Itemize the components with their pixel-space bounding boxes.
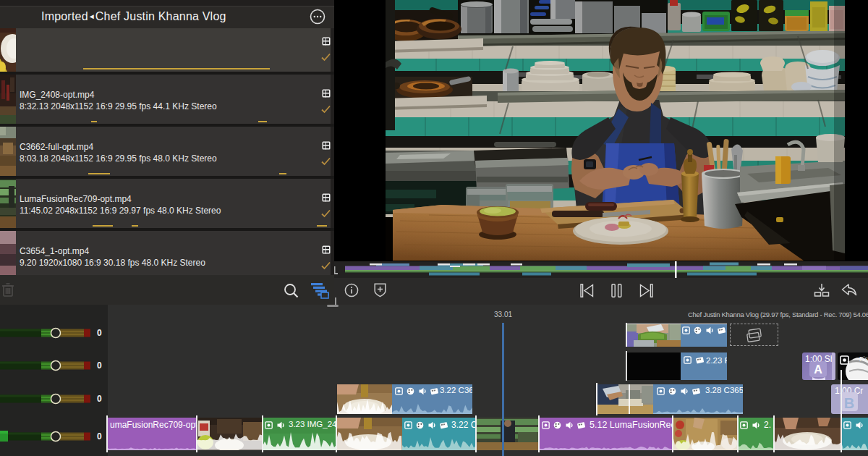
svg-text:A: A: [814, 363, 822, 376]
svg-text:B: B: [844, 395, 854, 411]
svg-text:Fis: Fis: [859, 355, 868, 363]
